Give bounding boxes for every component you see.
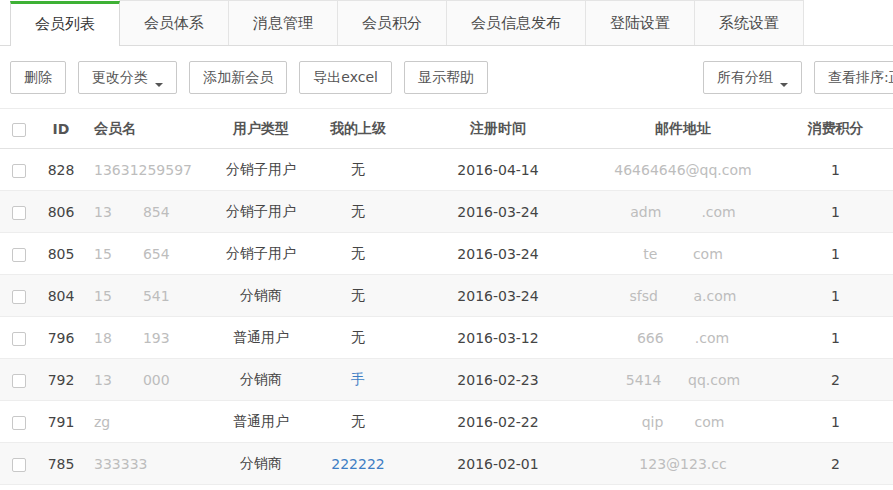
member-superior: 无 <box>308 191 408 233</box>
change-category-button[interactable]: 更改分类 <box>78 61 177 94</box>
member-reg-time: 2016-03-24 <box>408 233 588 275</box>
table-row: 828 13631259597 分销子用户 无 2016-04-14 46464… <box>0 149 893 191</box>
member-points: 2 <box>778 443 893 485</box>
member-id: 785 <box>38 443 84 485</box>
member-email: sfsd a.com <box>588 275 778 317</box>
member-type: 分销商 <box>214 359 308 401</box>
member-email: 666 .com <box>588 317 778 359</box>
member-reg-time: 2016-02-01 <box>408 443 588 485</box>
row-checkbox[interactable] <box>12 416 26 430</box>
tab-member-points[interactable]: 会员积分 <box>337 0 447 45</box>
col-header-type: 用户类型 <box>214 109 308 149</box>
tab-bar: 会员列表 会员体系 消息管理 会员积分 会员信息发布 登陆设置 系统设置 <box>0 0 893 46</box>
col-header-points: 消费积分 <box>778 109 893 149</box>
member-id: 805 <box>38 233 84 275</box>
member-type: 分销子用户 <box>214 149 308 191</box>
member-type: 分销商 <box>214 275 308 317</box>
member-email: adm .com <box>588 191 778 233</box>
member-points: 1 <box>778 401 893 443</box>
member-name: 13631259597 <box>84 149 214 191</box>
view-sort-button[interactable]: 查看排序:正常排序 <box>814 61 893 94</box>
member-reg-time: 2016-04-14 <box>408 149 588 191</box>
member-points: 1 <box>778 149 893 191</box>
member-superior: 无 <box>308 149 408 191</box>
member-table: ID 会员名 用户类型 我的上级 注册时间 邮件地址 消费积分 828 1363… <box>0 108 893 485</box>
member-reg-time: 2016-03-12 <box>408 317 588 359</box>
row-checkbox[interactable] <box>12 248 26 262</box>
member-id: 791 <box>38 401 84 443</box>
row-checkbox[interactable] <box>12 164 26 178</box>
all-groups-label: 所有分组 <box>717 69 773 85</box>
member-superior: 无 <box>308 401 408 443</box>
row-checkbox[interactable] <box>12 290 26 304</box>
col-header-email: 邮件地址 <box>588 109 778 149</box>
all-groups-button[interactable]: 所有分组 <box>703 61 802 94</box>
member-points: 1 <box>778 317 893 359</box>
row-checkbox[interactable] <box>12 458 26 472</box>
row-checkbox[interactable] <box>12 374 26 388</box>
member-email: te com <box>588 233 778 275</box>
tab-message-management[interactable]: 消息管理 <box>228 0 338 45</box>
member-points: 1 <box>778 275 893 317</box>
member-name: zg <box>84 401 214 443</box>
member-reg-time: 2016-02-23 <box>408 359 588 401</box>
member-superior: 无 <box>308 275 408 317</box>
member-name: 18 193 <box>84 317 214 359</box>
member-admin-page: 会员列表 会员体系 消息管理 会员积分 会员信息发布 登陆设置 系统设置 删除 … <box>0 0 893 490</box>
member-type: 分销商 <box>214 443 308 485</box>
member-name: 13 854 <box>84 191 214 233</box>
tab-login-settings[interactable]: 登陆设置 <box>585 0 695 45</box>
member-id: 828 <box>38 149 84 191</box>
member-email: 46464646@qq.com <box>588 149 778 191</box>
col-header-reg-time: 注册时间 <box>408 109 588 149</box>
table-row: 792 13 000 分销商 手 2016-02-23 5414 qq.com … <box>0 359 893 401</box>
member-reg-time: 2016-03-24 <box>408 275 588 317</box>
superior-link[interactable]: 手 <box>351 371 365 387</box>
col-header-superior: 我的上级 <box>308 109 408 149</box>
row-checkbox[interactable] <box>12 206 26 220</box>
member-reg-time: 2016-03-24 <box>408 191 588 233</box>
tab-member-list[interactable]: 会员列表 <box>10 1 120 46</box>
col-header-name: 会员名 <box>84 109 214 149</box>
delete-button[interactable]: 删除 <box>10 61 66 94</box>
member-email: qip com <box>588 401 778 443</box>
member-email: 5414 qq.com <box>588 359 778 401</box>
member-reg-time: 2016-02-22 <box>408 401 588 443</box>
toolbar: 删除 更改分类 添加新会员 导出excel 显示帮助 所有分组 查看排序:正常排… <box>0 46 893 108</box>
member-name: 13 000 <box>84 359 214 401</box>
member-name: 333333 <box>84 443 214 485</box>
member-email: 123@123.cc <box>588 443 778 485</box>
member-type: 普通用户 <box>214 317 308 359</box>
superior-link[interactable]: 222222 <box>331 456 384 472</box>
toolbar-right: 所有分组 查看排序:正常排序 <box>703 61 893 94</box>
tab-system-settings[interactable]: 系统设置 <box>694 0 804 45</box>
member-type: 分销子用户 <box>214 233 308 275</box>
member-type: 分销子用户 <box>214 191 308 233</box>
member-name: 15 541 <box>84 275 214 317</box>
table-row: 796 18 193 普通用户 无 2016-03-12 666 .com 1 <box>0 317 893 359</box>
change-category-label: 更改分类 <box>92 69 148 85</box>
add-member-button[interactable]: 添加新会员 <box>189 61 287 94</box>
table-header-row: ID 会员名 用户类型 我的上级 注册时间 邮件地址 消费积分 <box>0 109 893 149</box>
tab-member-system[interactable]: 会员体系 <box>119 0 229 45</box>
chevron-down-icon <box>155 83 163 91</box>
table-row: 805 15 654 分销子用户 无 2016-03-24 te com 1 <box>0 233 893 275</box>
member-id: 804 <box>38 275 84 317</box>
member-id: 792 <box>38 359 84 401</box>
col-header-id: ID <box>38 109 84 149</box>
show-help-button[interactable]: 显示帮助 <box>404 61 488 94</box>
tab-member-info-publish[interactable]: 会员信息发布 <box>446 0 586 45</box>
member-points: 1 <box>778 233 893 275</box>
member-superior: 无 <box>308 317 408 359</box>
table-row: 785 333333 分销商 222222 2016-02-01 123@123… <box>0 443 893 485</box>
member-id: 796 <box>38 317 84 359</box>
table-row: 806 13 854 分销子用户 无 2016-03-24 adm .com 1 <box>0 191 893 233</box>
table-row: 804 15 541 分销商 无 2016-03-24 sfsd a.com 1 <box>0 275 893 317</box>
member-name: 15 654 <box>84 233 214 275</box>
chevron-down-icon <box>780 83 788 91</box>
select-all-checkbox[interactable] <box>12 123 26 137</box>
row-checkbox[interactable] <box>12 332 26 346</box>
export-excel-button[interactable]: 导出excel <box>299 61 392 94</box>
member-id: 806 <box>38 191 84 233</box>
member-type: 普通用户 <box>214 401 308 443</box>
